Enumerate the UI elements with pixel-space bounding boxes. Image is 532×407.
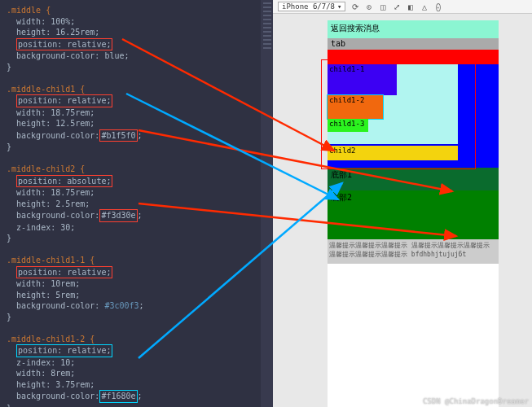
css-line: width: 18.75rem;: [7, 107, 266, 119]
device-select[interactable]: iPhone 6/7/8▾: [278, 2, 345, 11]
hex-highlight: #f1680e: [99, 390, 137, 403]
red-band: [328, 50, 499, 64]
selector: .middle-child1-1 {: [7, 256, 95, 265]
lock-icon[interactable]: △: [420, 2, 429, 11]
css-line: background-color:: [7, 392, 99, 400]
devtools-bar: iPhone 6/7/8▾ ⟳ ⊙ ◫ ⤢ ◧ △ ⨀: [273, 0, 532, 14]
css-line: height: 5rem;: [7, 290, 266, 301]
watermark: CSDN @ChinaDragonDreamer: [423, 397, 529, 405]
selector: .middle {: [7, 6, 51, 15]
css-line: z-index: 30;: [7, 222, 266, 234]
css-line: background-color:: [7, 131, 99, 140]
position-highlight: position: relative;: [16, 38, 112, 51]
hex-highlight: #f3d30e: [99, 209, 137, 222]
screenshot-icon[interactable]: ◫: [378, 2, 387, 11]
css-line: }: [7, 403, 266, 408]
css-line: }: [7, 233, 266, 244]
css-line: background-color:: [7, 301, 104, 310]
bottom-1: 底部1: [328, 168, 499, 190]
position-highlight: position: relative;: [16, 266, 112, 279]
position-highlight: position: absolute;: [16, 175, 112, 188]
css-line: z-index: 10;: [7, 357, 266, 369]
css-line: height: 16.25rem;: [7, 27, 266, 38]
css-line: }: [7, 312, 266, 323]
preview-panel: iPhone 6/7/8▾ ⟳ ⊙ ◫ ⤢ ◧ △ ⨀ 返回搜索消息 tab c…: [273, 0, 532, 407]
css-line: width: 100%;: [7, 16, 266, 28]
css-line: }: [7, 62, 266, 73]
header-bar: 返回搜索消息: [328, 20, 499, 38]
selector: .middle-child2 {: [7, 164, 85, 173]
position-highlight: position: relative;: [16, 94, 112, 107]
layout-icon[interactable]: ◧: [406, 2, 415, 11]
tab-bar: tab: [328, 38, 499, 50]
bottom-2: 底部2: [328, 190, 499, 239]
middle-child2: child2: [328, 146, 458, 160]
rotate-icon[interactable]: ⤢: [392, 2, 401, 11]
record-icon[interactable]: ⊙: [364, 2, 373, 11]
middle-child1-1: child1-1: [328, 64, 397, 95]
refresh-icon[interactable]: ⟳: [350, 2, 359, 11]
css-line: width: 10rem;: [7, 278, 266, 290]
css-line: background-color:: [7, 211, 99, 220]
hex-highlight: #b1f5f0: [99, 129, 137, 142]
selector: .middle-child1-2 {: [7, 335, 95, 344]
css-line: height: 12.5rem;: [7, 118, 266, 129]
middle-child1-3: child1-3: [328, 119, 368, 132]
position-highlight: position: relative;: [16, 344, 112, 357]
css-line: }: [7, 142, 266, 153]
middle: child1-1 child1-2 child1-3 child2: [328, 64, 499, 168]
code-editor[interactable]: .middle { width: 100%; height: 16.25rem;…: [0, 0, 273, 407]
css-line: background-color: blue;: [7, 50, 266, 62]
middle-child1: child1-1 child1-2 child1-3: [328, 64, 458, 144]
middle-child1-2: child1-2: [328, 95, 383, 119]
more-icon[interactable]: ⨀: [433, 2, 442, 11]
hex-value: #3c00f3: [104, 301, 138, 310]
css-line: height: 2.5rem;: [7, 199, 266, 210]
tips-text: 温馨提示温馨提示温馨提示 温馨提示温馨提示温馨提示 温馨提示温馨提示温馨提示 b…: [328, 239, 499, 264]
css-line: width: 8rem;: [7, 368, 266, 379]
minimap[interactable]: [261, 0, 273, 407]
css-line: height: 3.75rem;: [7, 379, 266, 391]
phone-viewport: 返回搜索消息 tab child1-1 child1-2 child1-3 ch…: [328, 20, 499, 407]
selector: .middle-child1 {: [7, 85, 85, 94]
css-line: width: 18.75rem;: [7, 187, 266, 199]
